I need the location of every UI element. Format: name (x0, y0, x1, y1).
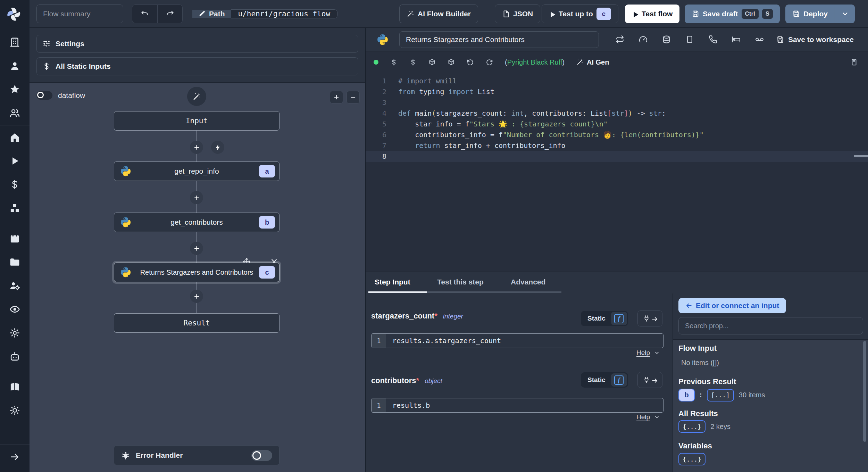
book-icon[interactable] (9, 381, 20, 392)
undo-button[interactable] (132, 5, 157, 23)
editor-scrollbar-thumb[interactable] (854, 155, 868, 157)
user-cog-icon[interactable] (9, 280, 20, 291)
add-step-button[interactable] (190, 242, 203, 255)
edit-or-connect-button[interactable]: Edit or connect an input (678, 298, 786, 313)
lifetime-voicemail-icon[interactable] (755, 35, 764, 44)
prop-search-input[interactable] (678, 317, 863, 334)
save-draft-button[interactable]: Save draft Ctrl S (685, 5, 780, 23)
help-link[interactable]: Help (636, 349, 660, 357)
star-icon[interactable] (9, 84, 20, 95)
object-value-badge[interactable]: {...} (678, 420, 706, 433)
sidebar (0, 0, 30, 472)
zoom-out-button[interactable] (347, 91, 360, 103)
step-title-input[interactable] (399, 31, 599, 48)
package-icon[interactable] (428, 59, 436, 66)
eye-icon[interactable] (9, 304, 20, 315)
redo-button[interactable] (157, 5, 182, 23)
trigger-bolt-button[interactable] (211, 141, 224, 154)
code-line[interactable]: 1# import wmill (366, 76, 868, 86)
path-value[interactable]: u/henri/gracious_flow (231, 9, 338, 18)
ai-wand-button[interactable] (187, 87, 206, 106)
code-line[interactable]: 2from typing import List (366, 86, 868, 97)
code-line[interactable]: 5 star_info = f"Stars 🌟 : {stargazers_co… (366, 119, 868, 130)
connect-input-button[interactable] (637, 310, 662, 326)
bot-icon[interactable] (9, 351, 20, 362)
cache-database-icon[interactable] (662, 35, 671, 44)
flow-settings-button[interactable]: Settings (36, 35, 358, 53)
reset-icon[interactable] (467, 59, 474, 66)
plug-icon (643, 376, 650, 383)
building-icon[interactable] (9, 37, 20, 48)
play-icon (632, 11, 638, 17)
code-line[interactable]: 7 return star_info + contributors_info (366, 140, 868, 151)
ai-flow-builder-button[interactable]: AI Flow Builder (399, 5, 478, 23)
input-mode-toggle[interactable]: Static f (581, 311, 628, 326)
users-icon[interactable] (9, 108, 20, 118)
input-mode-toggle[interactable]: Static f (581, 372, 628, 388)
tab-step-input[interactable]: Step Input (375, 272, 410, 292)
reload-icon[interactable] (486, 59, 493, 66)
error-handler-node[interactable]: Error Handler (114, 446, 279, 465)
array-value-badge[interactable]: [...] (707, 389, 734, 401)
folder-icon[interactable] (9, 257, 20, 267)
arrow-left-icon (685, 302, 692, 309)
expression-input[interactable]: 1 results.b (371, 398, 663, 413)
package-icon[interactable] (448, 59, 455, 66)
dollar-icon[interactable] (390, 59, 398, 66)
calendar-icon[interactable] (9, 233, 20, 244)
editor-toolbar: (Pyright Black Ruff) AI Gen (366, 51, 868, 73)
json-button[interactable]: JSON (495, 5, 540, 23)
add-step-button[interactable] (190, 290, 203, 303)
node-input[interactable]: Input (114, 111, 279, 131)
path-chip[interactable]: Path u/henri/gracious_flow (192, 5, 338, 23)
home-icon[interactable] (9, 132, 20, 143)
flow-graph-panel: Settings All Static Inputs dataflow Inpu… (30, 28, 365, 472)
dataflow-toggle[interactable] (36, 91, 52, 100)
deploy-dropdown-button[interactable] (835, 5, 855, 23)
add-step-button[interactable] (190, 191, 203, 204)
deploy-button[interactable]: Deploy (785, 5, 835, 23)
all-static-inputs-button[interactable]: All Static Inputs (36, 57, 358, 75)
node-step-b[interactable]: get_contributors b (114, 213, 279, 232)
test-up-to-button[interactable]: Test up to c (542, 5, 618, 23)
play-icon[interactable] (9, 156, 20, 166)
object-value-badge[interactable]: {...} (678, 453, 706, 465)
concurrency-gauge-icon[interactable] (639, 35, 648, 44)
dollar-icon[interactable] (409, 59, 417, 66)
step-id-badge[interactable]: b (678, 389, 695, 401)
save-to-workspace-button[interactable]: Save to workspace (776, 35, 854, 44)
code-line[interactable]: 6 contributors_info = f"Number of contri… (366, 130, 868, 140)
props-scrollbar-thumb[interactable] (863, 341, 866, 442)
error-handler-toggle[interactable] (251, 450, 272, 461)
tab-advanced[interactable]: Advanced (511, 272, 545, 292)
retry-icon[interactable] (616, 35, 624, 44)
node-step-a[interactable]: get_repo_info a (114, 162, 279, 181)
tab-test-this-step[interactable]: Test this step (437, 272, 484, 292)
ai-gen-button[interactable]: AI Gen (576, 58, 609, 66)
gear-icon[interactable] (9, 328, 20, 338)
suspend-phone-icon[interactable] (709, 35, 717, 44)
dollar-icon[interactable] (9, 179, 20, 190)
arrow-right-icon[interactable] (9, 452, 20, 462)
code-line[interactable]: 4def main(stargazers_count: int, contrib… (366, 108, 868, 119)
library-icon[interactable] (850, 58, 858, 66)
node-step-c-selected[interactable]: Returns Stargazers and Contributors c (114, 263, 279, 282)
flow-summary-input[interactable] (36, 5, 123, 23)
code-editor[interactable]: 1# import wmill2from typing import List3… (366, 73, 868, 272)
code-line[interactable]: 3 (366, 97, 868, 108)
expression-input[interactable]: 1 results.a.stargazers_count (371, 333, 663, 348)
undo-redo-group (132, 5, 183, 23)
boxes-icon[interactable] (9, 203, 20, 214)
node-result[interactable]: Result (114, 313, 279, 333)
help-link[interactable]: Help (636, 413, 660, 421)
mock-icon[interactable] (685, 35, 694, 44)
test-flow-button[interactable]: Test flow (625, 5, 679, 23)
user-icon[interactable] (9, 60, 20, 71)
add-step-button[interactable] (190, 141, 203, 154)
sleep-bed-icon[interactable] (732, 35, 741, 44)
windmill-logo[interactable] (0, 0, 30, 28)
sun-icon[interactable] (9, 405, 20, 416)
connect-input-button[interactable] (637, 372, 662, 388)
code-line[interactable]: 8 (366, 151, 868, 162)
zoom-in-button[interactable] (330, 91, 343, 103)
